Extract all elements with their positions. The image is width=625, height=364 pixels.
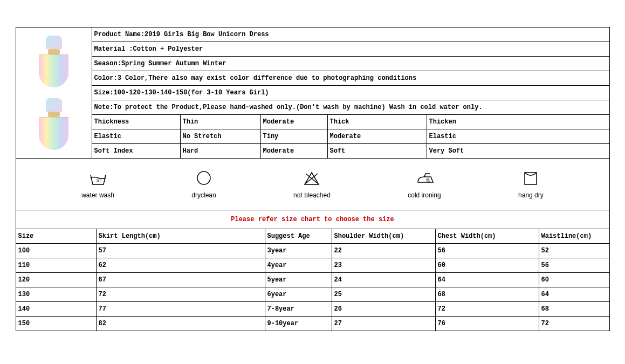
- attr-label: Elastic: [92, 129, 181, 143]
- shoulder-value: 26: [332, 302, 436, 316]
- shoulder-value: 23: [332, 258, 436, 272]
- waist-value: 60: [539, 273, 609, 287]
- size-value: 120: [16, 273, 97, 287]
- age-value: 7-8year: [265, 302, 332, 316]
- iron-icon: 低: [414, 171, 435, 188]
- skirt-length-value: 67: [97, 273, 265, 287]
- care-label: cold ironing: [408, 191, 441, 199]
- product-name: Product Name:2019 Girls Big Bow Unicorn …: [92, 28, 609, 42]
- header-size: Size: [16, 229, 97, 243]
- product-season: Season:Spring Summer Autumn Winter: [92, 57, 609, 71]
- attr-value: Elastic: [427, 129, 609, 143]
- header-skirt-length: Skirt Length(cm): [97, 229, 265, 243]
- skirt-length-value: 57: [97, 244, 265, 258]
- attr-row: ThicknessThinModerateThickThicken: [92, 115, 609, 129]
- attr-value: Thicken: [427, 115, 609, 129]
- chest-value: 60: [436, 258, 539, 272]
- product-image-cell: [16, 28, 92, 158]
- size-value: 100: [16, 244, 97, 258]
- product-info: Product Name:2019 Girls Big Bow Unicorn …: [92, 28, 609, 158]
- waist-value: 64: [539, 287, 609, 301]
- size-row: 150829-10year277672: [16, 317, 609, 331]
- care-item-bleach: not bleached: [293, 170, 331, 199]
- attr-row: ElasticNo StretchTinyModerateElastic: [92, 129, 609, 144]
- waist-value: 52: [539, 244, 609, 258]
- skirt-length-value: 72: [97, 287, 265, 301]
- size-value: 150: [16, 317, 97, 331]
- chest-value: 72: [436, 302, 539, 316]
- svg-text:低: 低: [425, 178, 429, 182]
- product-color: Color:3 Color,There also may exist color…: [92, 71, 609, 86]
- care-label: hang dry: [518, 191, 544, 199]
- waist-value: 68: [539, 302, 609, 316]
- attr-value: Thick: [328, 115, 427, 129]
- attr-value: Soft: [328, 144, 427, 158]
- attr-value: No Stretch: [181, 129, 261, 143]
- wash-icon: 30: [88, 171, 108, 188]
- skirt-length-value: 62: [97, 258, 265, 272]
- age-value: 5year: [265, 273, 332, 287]
- attribute-table: ThicknessThinModerateThickThickenElastic…: [92, 115, 609, 158]
- bleach-icon: [303, 170, 321, 188]
- dress-image-2: [39, 93, 68, 155]
- shoulder-value: 22: [332, 244, 436, 258]
- care-item-iron: 低cold ironing: [408, 171, 441, 199]
- size-row: 100573year225652: [16, 244, 609, 258]
- age-value: 9-10year: [265, 317, 332, 331]
- svg-point-1: [197, 171, 210, 184]
- attr-label: Thickness: [92, 115, 181, 129]
- size-value: 110: [16, 258, 97, 272]
- skirt-length-value: 77: [97, 302, 265, 316]
- attr-row: Soft IndexHardModerateSoftVery Soft: [92, 144, 609, 158]
- header-waist: Waistline(cm): [539, 229, 609, 243]
- attr-value: Hard: [181, 144, 261, 158]
- size-chart-body: 100573year225652110624year236056120675ye…: [16, 244, 609, 331]
- attr-value: Moderate: [261, 115, 328, 129]
- header-shoulder: Shoulder Width(cm): [332, 229, 436, 243]
- size-value: 130: [16, 287, 97, 301]
- size-row: 140777-8year267268: [16, 302, 609, 317]
- dress-image-1: [39, 31, 68, 93]
- attr-value: Moderate: [261, 144, 328, 158]
- care-item-dryclean: dryclean: [191, 169, 216, 199]
- chest-value: 64: [436, 273, 539, 287]
- care-item-hang: hang dry: [518, 170, 544, 199]
- size-row: 110624year236056: [16, 258, 609, 273]
- svg-text:30: 30: [95, 178, 100, 183]
- size-value: 140: [16, 302, 97, 316]
- size-row: 120675year246460: [16, 273, 609, 287]
- product-size: Size:100-120-130-140-150(for 3-10 Years …: [92, 86, 609, 100]
- shoulder-value: 24: [332, 273, 436, 287]
- shoulder-value: 25: [332, 287, 436, 301]
- product-note: Note:To protect the Product,Please hand-…: [92, 100, 609, 115]
- attr-value: Tiny: [261, 129, 328, 143]
- top-section: Product Name:2019 Girls Big Bow Unicorn …: [16, 28, 609, 159]
- care-item-wash: 30water wash: [81, 171, 114, 199]
- attr-label: Soft Index: [92, 144, 181, 158]
- dryclean-icon: [195, 169, 212, 188]
- size-chart-heading: Please refer size chart to choose the si…: [16, 210, 609, 229]
- chest-value: 68: [436, 287, 539, 301]
- age-value: 3year: [265, 244, 332, 258]
- care-instructions: 30water washdrycleannot bleached低cold ir…: [16, 159, 609, 210]
- shoulder-value: 27: [332, 317, 436, 331]
- skirt-length-value: 82: [97, 317, 265, 331]
- attr-value: Very Soft: [427, 144, 609, 158]
- waist-value: 56: [539, 258, 609, 272]
- product-material: Material :Cotton + Polyester: [92, 42, 609, 57]
- chest-value: 56: [436, 244, 539, 258]
- size-row: 130726year256864: [16, 287, 609, 302]
- attr-value: Moderate: [328, 129, 427, 143]
- chest-value: 76: [436, 317, 539, 331]
- header-chest: Chest Width(cm): [436, 229, 539, 243]
- care-label: water wash: [81, 191, 114, 199]
- care-label: dryclean: [191, 191, 216, 199]
- age-value: 4year: [265, 258, 332, 272]
- product-spec-sheet: Product Name:2019 Girls Big Bow Unicorn …: [16, 27, 610, 331]
- size-header-row: Size Skirt Length(cm) Suggest Age Should…: [16, 229, 609, 244]
- age-value: 6year: [265, 287, 332, 301]
- waist-value: 72: [539, 317, 609, 331]
- header-suggest-age: Suggest Age: [265, 229, 332, 243]
- hang-icon: [523, 170, 539, 188]
- attr-value: Thin: [181, 115, 261, 129]
